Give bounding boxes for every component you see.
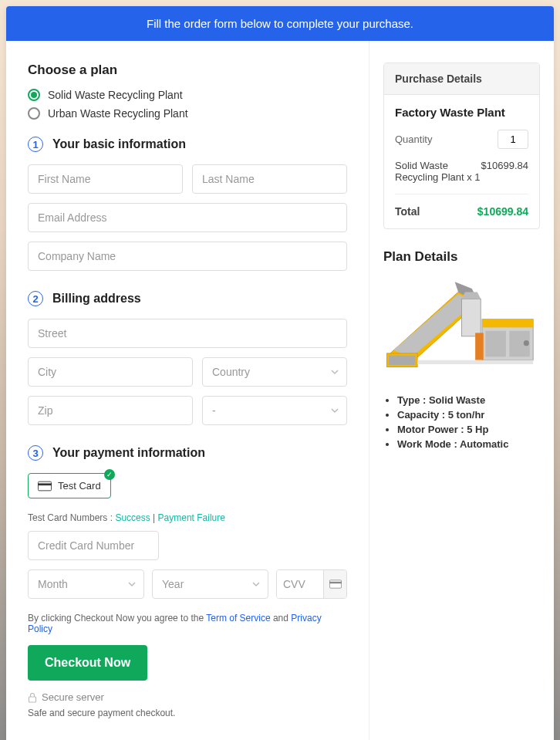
svg-rect-1 xyxy=(38,483,52,485)
total-price: $10699.84 xyxy=(477,205,528,218)
radio-icon xyxy=(28,89,40,101)
spec-item: Capacity : 5 ton/hr xyxy=(397,409,540,421)
spec-list: Type : Solid Waste Capacity : 5 ton/hr M… xyxy=(397,394,540,450)
step1-header: 1 Your basic information xyxy=(28,137,347,152)
country-select[interactable]: Country xyxy=(202,357,347,387)
step-number-icon: 1 xyxy=(28,137,43,152)
machine-image xyxy=(383,275,540,384)
radio-icon xyxy=(28,107,40,120)
spec-item: Type : Solid Waste xyxy=(397,394,540,406)
test-card-box[interactable]: ✓ Test Card xyxy=(28,473,111,498)
email-input[interactable] xyxy=(28,203,347,232)
spec-item: Work Mode : Automatic xyxy=(397,438,540,450)
step2-header: 2 Billing address xyxy=(28,291,347,306)
step1-title: Your basic information xyxy=(52,137,186,151)
svg-rect-0 xyxy=(38,482,51,491)
plan-details-title: Plan Details xyxy=(383,249,540,265)
line-item-price: $10699.84 xyxy=(481,160,528,183)
plan-option-solid[interactable]: Solid Waste Recycling Plant xyxy=(28,89,347,101)
terms-link[interactable]: Term of Service xyxy=(206,613,270,623)
step-number-icon: 2 xyxy=(28,291,43,306)
quantity-label: Quantity xyxy=(395,133,432,145)
svg-rect-10 xyxy=(462,299,481,336)
safe-note: Safe and secure payment checkout. xyxy=(28,708,347,718)
choose-plan-title: Choose a plan xyxy=(28,63,347,78)
line-item-name: Solid Waste Recycling Plant x 1 xyxy=(395,160,481,183)
secure-server: Secure server xyxy=(28,691,347,703)
cvv-input-wrap xyxy=(276,569,347,599)
test-card-note: Test Card Numbers : Success | Payment Fa… xyxy=(28,512,347,523)
cvv-input[interactable] xyxy=(277,570,323,598)
success-link[interactable]: Success xyxy=(115,512,150,523)
plan-radio-group: Solid Waste Recycling Plant Urban Waste … xyxy=(28,89,347,120)
step3-header: 3 Your payment information xyxy=(28,445,347,461)
svg-rect-4 xyxy=(29,697,36,702)
step-number-icon: 3 xyxy=(28,445,43,461)
cvv-card-icon xyxy=(323,570,346,598)
month-select[interactable]: Month xyxy=(28,569,144,599)
credit-card-input[interactable] xyxy=(28,531,159,560)
plan-option-urban[interactable]: Urban Waste Recycling Plant xyxy=(28,107,347,120)
svg-rect-14 xyxy=(485,331,505,357)
credit-card-icon xyxy=(38,481,52,492)
plan-option-label: Solid Waste Recycling Plant xyxy=(48,89,183,101)
checkout-button[interactable]: Checkout Now xyxy=(28,645,147,681)
svg-rect-18 xyxy=(417,360,533,364)
card-label: Test Card xyxy=(58,480,101,492)
banner: Fill the order form below to complete yo… xyxy=(6,6,554,41)
step2-title: Billing address xyxy=(52,292,141,306)
svg-rect-3 xyxy=(329,582,342,583)
year-select[interactable]: Year xyxy=(152,569,268,599)
company-input[interactable] xyxy=(28,242,347,271)
plan-option-label: Urban Waste Recycling Plant xyxy=(48,107,188,120)
step3-title: Your payment information xyxy=(52,446,205,460)
total-label: Total xyxy=(395,205,420,218)
purchase-details-header: Purchase Details xyxy=(384,63,539,95)
check-icon: ✓ xyxy=(104,469,115,480)
lock-icon xyxy=(28,692,37,703)
failure-link[interactable]: Payment Failure xyxy=(158,512,225,523)
zip-input[interactable] xyxy=(28,396,193,425)
quantity-input[interactable] xyxy=(498,130,528,149)
last-name-input[interactable] xyxy=(192,164,347,194)
svg-rect-13 xyxy=(482,319,533,328)
svg-rect-17 xyxy=(475,333,484,360)
street-input[interactable] xyxy=(28,319,347,348)
tos-text: By clicking Checkout Now you agree to th… xyxy=(28,613,347,634)
svg-rect-9 xyxy=(389,356,415,365)
city-input[interactable] xyxy=(28,357,193,387)
state-select[interactable]: - xyxy=(202,396,347,425)
svg-rect-2 xyxy=(329,580,341,588)
purchase-details-box: Purchase Details Factory Waste Plant Qua… xyxy=(383,63,540,229)
svg-point-16 xyxy=(524,340,529,346)
first-name-input[interactable] xyxy=(28,164,183,194)
spec-item: Motor Power : 5 Hp xyxy=(397,424,540,435)
purchase-plan-name: Factory Waste Plant xyxy=(395,106,528,119)
